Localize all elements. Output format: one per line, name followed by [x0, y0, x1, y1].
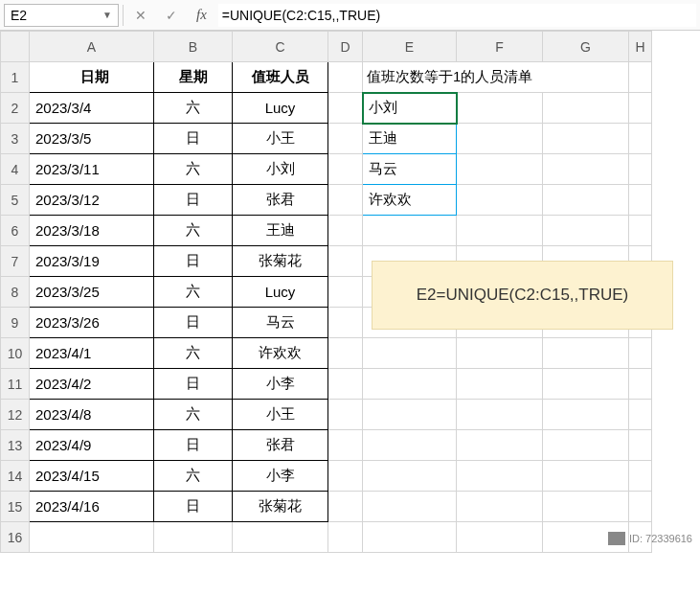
cell[interactable] [457, 216, 543, 246]
cell[interactable]: 星期 [154, 62, 233, 93]
cell[interactable] [629, 185, 652, 216]
cell[interactable]: 小刘 [233, 154, 328, 185]
cell[interactable] [543, 461, 629, 492]
cell[interactable] [629, 124, 652, 154]
cell[interactable] [233, 522, 328, 553]
confirm-icon[interactable]: ✓ [158, 4, 185, 27]
cell[interactable]: 日 [154, 369, 233, 400]
cell[interactable] [328, 277, 363, 308]
cell[interactable] [457, 522, 543, 553]
cell[interactable]: 2023/3/25 [30, 277, 154, 308]
cell[interactable]: 日 [154, 246, 233, 277]
cell[interactable]: 2023/3/11 [30, 154, 154, 185]
cell[interactable] [543, 216, 629, 246]
row-header[interactable]: 13 [1, 430, 30, 461]
cell[interactable]: 六 [154, 93, 233, 124]
cell[interactable]: 许欢欢 [233, 338, 328, 369]
cell[interactable] [543, 338, 629, 369]
name-box[interactable]: E2 ▼ [4, 4, 119, 27]
cell[interactable] [629, 492, 652, 522]
cell[interactable]: 马云 [233, 308, 328, 338]
formula-input[interactable] [218, 4, 696, 27]
cell[interactable] [328, 461, 363, 492]
cell[interactable] [629, 62, 652, 93]
cell[interactable]: 六 [154, 154, 233, 185]
cell[interactable] [543, 124, 629, 154]
cell[interactable] [363, 369, 457, 400]
cell[interactable] [328, 308, 363, 338]
spreadsheet-grid[interactable]: A B C D E F G H 1 日期 星期 值班人员 值班次数等于1的人员清… [0, 31, 700, 553]
cell[interactable] [328, 93, 363, 124]
cell[interactable] [363, 522, 457, 553]
cell[interactable]: 2023/4/9 [30, 430, 154, 461]
cell[interactable] [328, 154, 363, 185]
cell[interactable] [457, 93, 543, 124]
row-header[interactable]: 1 [1, 62, 30, 93]
cell[interactable] [328, 124, 363, 154]
col-header[interactable]: B [154, 32, 233, 62]
cell[interactable] [629, 400, 652, 430]
cell[interactable]: 2023/3/18 [30, 216, 154, 246]
cell[interactable]: 2023/4/8 [30, 400, 154, 430]
cell[interactable]: 六 [154, 338, 233, 369]
col-header[interactable]: F [457, 32, 543, 62]
cell[interactable] [363, 461, 457, 492]
cell[interactable]: 六 [154, 216, 233, 246]
cell[interactable] [457, 430, 543, 461]
cell[interactable]: 日 [154, 492, 233, 522]
cell[interactable] [328, 492, 363, 522]
cell[interactable]: 小王 [233, 124, 328, 154]
cell[interactable] [457, 338, 543, 369]
row-header[interactable]: 3 [1, 124, 30, 154]
cancel-icon[interactable]: ✕ [127, 4, 154, 27]
row-header[interactable]: 4 [1, 154, 30, 185]
row-header[interactable]: 5 [1, 185, 30, 216]
cell[interactable]: 张君 [233, 430, 328, 461]
cell[interactable]: 2023/3/5 [30, 124, 154, 154]
cell[interactable] [629, 461, 652, 492]
cell[interactable]: 张君 [233, 185, 328, 216]
cell[interactable] [328, 185, 363, 216]
cell[interactable] [543, 400, 629, 430]
cell[interactable] [543, 185, 629, 216]
cell[interactable] [328, 246, 363, 277]
cell[interactable] [457, 400, 543, 430]
row-header[interactable]: 15 [1, 492, 30, 522]
cell[interactable]: 2023/3/4 [30, 93, 154, 124]
cell[interactable]: 马云 [363, 154, 457, 185]
col-header[interactable]: E [363, 32, 457, 62]
cell[interactable] [363, 492, 457, 522]
cell[interactable] [328, 430, 363, 461]
cell[interactable]: 六 [154, 400, 233, 430]
cell[interactable]: 值班人员 [233, 62, 328, 93]
cell[interactable] [629, 338, 652, 369]
cell[interactable] [328, 216, 363, 246]
cell[interactable]: 王迪 [363, 124, 457, 154]
row-header[interactable]: 7 [1, 246, 30, 277]
cell[interactable] [328, 400, 363, 430]
row-header[interactable]: 2 [1, 93, 30, 124]
cell[interactable]: 2023/3/12 [30, 185, 154, 216]
cell[interactable]: 日 [154, 430, 233, 461]
cell[interactable] [363, 430, 457, 461]
cell[interactable]: 2023/3/26 [30, 308, 154, 338]
cell[interactable]: 张菊花 [233, 246, 328, 277]
cell[interactable]: 张菊花 [233, 492, 328, 522]
cell[interactable]: 小李 [233, 461, 328, 492]
cell[interactable]: 2023/4/15 [30, 461, 154, 492]
cell[interactable]: 日 [154, 185, 233, 216]
cell[interactable]: Lucy [233, 93, 328, 124]
col-header[interactable]: G [543, 32, 629, 62]
cell[interactable]: 日期 [30, 62, 154, 93]
cell[interactable] [328, 338, 363, 369]
cell[interactable] [543, 93, 629, 124]
cell[interactable]: 小李 [233, 369, 328, 400]
cell[interactable]: 日 [154, 308, 233, 338]
row-header[interactable]: 9 [1, 308, 30, 338]
cell[interactable] [457, 185, 543, 216]
cell[interactable] [154, 522, 233, 553]
cell[interactable]: 小王 [233, 400, 328, 430]
cell[interactable] [629, 216, 652, 246]
cell[interactable]: 值班次数等于1的人员清单 [363, 62, 629, 93]
cell[interactable] [363, 216, 457, 246]
